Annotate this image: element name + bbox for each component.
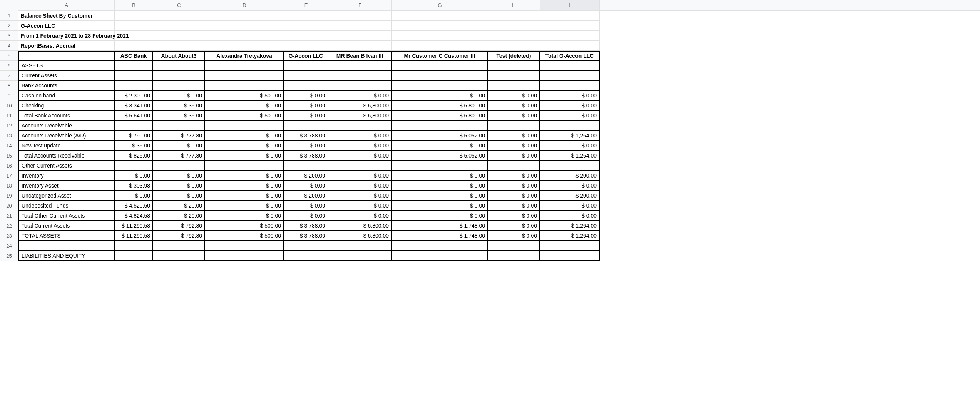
row-header-6[interactable]: 6 xyxy=(0,61,18,71)
cell-C4[interactable] xyxy=(153,41,205,51)
cell-C14[interactable]: $ 0.00 xyxy=(153,141,205,151)
cell-I23[interactable]: -$ 1,264.00 xyxy=(540,231,600,241)
cell-C17[interactable]: $ 0.00 xyxy=(153,171,205,181)
cell-F9[interactable]: $ 0.00 xyxy=(328,91,392,101)
row-header-12[interactable]: 12 xyxy=(0,121,18,131)
row-header-16[interactable]: 16 xyxy=(0,161,18,171)
cell-E19[interactable]: $ 200.00 xyxy=(284,191,328,201)
cell-B2[interactable] xyxy=(115,21,153,31)
row-header-4[interactable]: 4 xyxy=(0,41,18,51)
cell-G23[interactable]: $ 1,748.00 xyxy=(392,231,488,241)
cell-E13[interactable]: $ 3,788.00 xyxy=(284,131,328,141)
cell-D16[interactable] xyxy=(205,161,284,171)
cell-E4[interactable] xyxy=(284,41,328,51)
col-header-G[interactable]: G xyxy=(392,0,488,10)
cell-D21[interactable]: $ 0.00 xyxy=(205,211,284,221)
cell-B14[interactable]: $ 35.00 xyxy=(115,141,153,151)
cell-C11[interactable]: -$ 35.00 xyxy=(153,111,205,121)
cell-C10[interactable]: -$ 35.00 xyxy=(153,101,205,111)
cell-A2[interactable]: G-Accon LLC xyxy=(18,21,115,31)
cell-H17[interactable]: $ 0.00 xyxy=(488,171,540,181)
cell-F2[interactable] xyxy=(328,21,392,31)
col-header-D[interactable]: D xyxy=(205,0,284,10)
cell-D2[interactable] xyxy=(205,21,284,31)
cell-C15[interactable]: -$ 777.80 xyxy=(153,151,205,161)
cell-G12[interactable] xyxy=(392,121,488,131)
cell-I25[interactable] xyxy=(540,251,600,261)
cell-B4[interactable] xyxy=(115,41,153,51)
cell-A14[interactable]: New test update xyxy=(18,141,115,151)
cell-E25[interactable] xyxy=(284,251,328,261)
cell-B18[interactable]: $ 303.98 xyxy=(115,181,153,191)
cell-G22[interactable]: $ 1,748.00 xyxy=(392,221,488,231)
cell-A1[interactable]: Balance Sheet By Customer xyxy=(18,11,115,21)
cell-D4[interactable] xyxy=(205,41,284,51)
cell-E22[interactable]: $ 3,788.00 xyxy=(284,221,328,231)
col-header-I[interactable]: I xyxy=(540,0,600,10)
row-header-21[interactable]: 21 xyxy=(0,211,18,221)
cell-H8[interactable] xyxy=(488,81,540,91)
row-header-23[interactable]: 23 xyxy=(0,231,18,241)
cell-I15[interactable]: -$ 1,264.00 xyxy=(540,151,600,161)
cell-F1[interactable] xyxy=(328,11,392,21)
cell-A17[interactable]: Inventory xyxy=(18,171,115,181)
cell-A24[interactable] xyxy=(18,241,115,251)
cell-C1[interactable] xyxy=(153,11,205,21)
cell-G18[interactable]: $ 0.00 xyxy=(392,181,488,191)
cell-F19[interactable]: $ 0.00 xyxy=(328,191,392,201)
cell-F16[interactable] xyxy=(328,161,392,171)
row-header-3[interactable]: 3 xyxy=(0,31,18,41)
cell-E18[interactable]: $ 0.00 xyxy=(284,181,328,191)
cell-F21[interactable]: $ 0.00 xyxy=(328,211,392,221)
cell-I16[interactable] xyxy=(540,161,600,171)
cell-B5[interactable]: ABC Bank xyxy=(115,51,153,61)
cell-I1[interactable] xyxy=(540,11,600,21)
cell-H11[interactable]: $ 0.00 xyxy=(488,111,540,121)
cell-H3[interactable] xyxy=(488,31,540,41)
cell-G21[interactable]: $ 0.00 xyxy=(392,211,488,221)
cell-B3[interactable] xyxy=(115,31,153,41)
row-header-2[interactable]: 2 xyxy=(0,21,18,31)
cell-G20[interactable]: $ 0.00 xyxy=(392,201,488,211)
cell-E20[interactable]: $ 0.00 xyxy=(284,201,328,211)
cell-G15[interactable]: -$ 5,052.00 xyxy=(392,151,488,161)
cell-H14[interactable]: $ 0.00 xyxy=(488,141,540,151)
cell-E11[interactable]: $ 0.00 xyxy=(284,111,328,121)
cell-H18[interactable]: $ 0.00 xyxy=(488,181,540,191)
cell-H4[interactable] xyxy=(488,41,540,51)
cell-H10[interactable]: $ 0.00 xyxy=(488,101,540,111)
cell-B8[interactable] xyxy=(115,81,153,91)
cell-D8[interactable] xyxy=(205,81,284,91)
cell-A25[interactable]: LIABILITIES AND EQUITY xyxy=(18,251,115,261)
cell-C22[interactable]: -$ 792.80 xyxy=(153,221,205,231)
cell-C5[interactable]: About About3 xyxy=(153,51,205,61)
cell-H12[interactable] xyxy=(488,121,540,131)
cell-B6[interactable] xyxy=(115,61,153,71)
cell-H24[interactable] xyxy=(488,241,540,251)
cell-I18[interactable]: $ 0.00 xyxy=(540,181,600,191)
cell-F24[interactable] xyxy=(328,241,392,251)
cell-H19[interactable]: $ 0.00 xyxy=(488,191,540,201)
cell-A12[interactable]: Accounts Receivable xyxy=(18,121,115,131)
cell-F23[interactable]: -$ 6,800.00 xyxy=(328,231,392,241)
cell-D19[interactable]: $ 0.00 xyxy=(205,191,284,201)
cell-I12[interactable] xyxy=(540,121,600,131)
cell-B12[interactable] xyxy=(115,121,153,131)
col-header-F[interactable]: F xyxy=(328,0,392,10)
cell-F7[interactable] xyxy=(328,71,392,81)
cell-B1[interactable] xyxy=(115,11,153,21)
cell-E2[interactable] xyxy=(284,21,328,31)
cell-I2[interactable] xyxy=(540,21,600,31)
cell-G10[interactable]: $ 6,800.00 xyxy=(392,101,488,111)
cell-I10[interactable]: $ 0.00 xyxy=(540,101,600,111)
row-header-15[interactable]: 15 xyxy=(0,151,18,161)
cell-C8[interactable] xyxy=(153,81,205,91)
cell-G13[interactable]: -$ 5,052.00 xyxy=(392,131,488,141)
cell-F15[interactable]: $ 0.00 xyxy=(328,151,392,161)
cell-H9[interactable]: $ 0.00 xyxy=(488,91,540,101)
cell-A9[interactable]: Cash on hand xyxy=(18,91,115,101)
cell-G7[interactable] xyxy=(392,71,488,81)
cell-C18[interactable]: $ 0.00 xyxy=(153,181,205,191)
cell-E10[interactable]: $ 0.00 xyxy=(284,101,328,111)
row-header-10[interactable]: 10 xyxy=(0,101,18,111)
